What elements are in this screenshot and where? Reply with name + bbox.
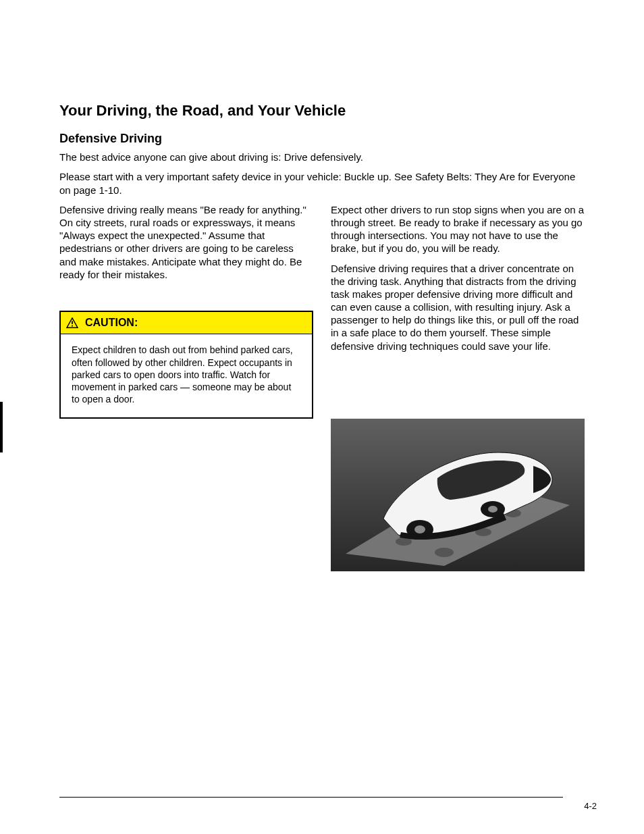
- intro-paragraph-1: The best advice anyone can give about dr…: [59, 151, 585, 163]
- caution-body: Expect children to dash out from behind …: [61, 334, 312, 417]
- left-column: Defensive driving really means "Be ready…: [59, 203, 313, 571]
- manual-page: Your Driving, the Road, and Your Vehicle…: [0, 0, 644, 834]
- svg-rect-1: [72, 321, 73, 324]
- caution-header: CAUTION:: [61, 312, 312, 334]
- svg-point-11: [488, 506, 498, 513]
- svg-point-5: [435, 548, 454, 557]
- car-illustration: [331, 419, 585, 571]
- caution-box: CAUTION: Expect children to dash out fro…: [59, 311, 313, 419]
- sub-heading: Defensive Driving: [59, 131, 585, 147]
- section-tab: [0, 402, 3, 452]
- left-body-text: Defensive driving really means "Be ready…: [59, 203, 313, 281]
- svg-rect-2: [72, 325, 73, 327]
- right-paragraph-1: Expect other drivers to run stop signs w…: [331, 203, 585, 255]
- two-column-layout: Defensive driving really means "Be ready…: [59, 203, 585, 571]
- car-on-plane-icon: [331, 419, 585, 571]
- warning-triangle-icon: [66, 317, 78, 328]
- svg-point-9: [414, 525, 425, 533]
- footer-rule: [59, 797, 563, 798]
- right-paragraph-2: Defensive driving requires that a driver…: [331, 262, 585, 353]
- caution-label: CAUTION:: [85, 316, 138, 330]
- section-heading: Your Driving, the Road, and Your Vehicle: [59, 101, 585, 120]
- right-column: Expect other drivers to run stop signs w…: [331, 203, 585, 571]
- page-number: 4-2: [584, 801, 597, 812]
- intro-paragraph-2: Please start with a very important safet…: [59, 170, 585, 196]
